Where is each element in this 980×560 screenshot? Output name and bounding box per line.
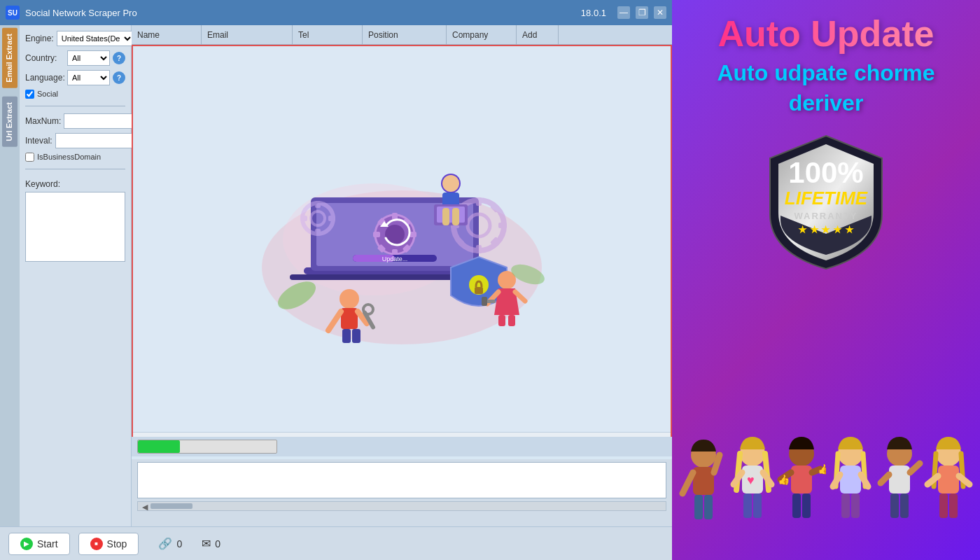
- isbusiness-checkbox[interactable]: [25, 153, 34, 162]
- promo-title-1: Auto Update: [718, 14, 934, 54]
- isbusiness-label: IsBusinessDomain: [37, 153, 101, 161]
- stop-button[interactable]: ■ Stop: [78, 533, 139, 555]
- person-5: [875, 427, 924, 560]
- engine-select[interactable]: United States(De: [57, 31, 134, 46]
- start-button[interactable]: ▶ Start: [8, 533, 70, 555]
- start-label: Start: [37, 538, 58, 550]
- email-counter: ✉ 0: [202, 537, 220, 550]
- svg-rect-34: [328, 216, 335, 221]
- svg-rect-49: [482, 297, 487, 306]
- link-count: 0: [176, 538, 182, 550]
- update-illustration: Update...: [133, 46, 671, 432]
- svg-point-54: [442, 175, 459, 192]
- update-illustration-svg: Update...: [234, 127, 570, 351]
- divider-2: [25, 169, 125, 169]
- svg-rect-93: [890, 493, 899, 518]
- app-body: Email Extract Url Extract Engine: United…: [0, 25, 672, 526]
- svg-rect-57: [437, 206, 465, 223]
- close-button[interactable]: ✕: [654, 6, 666, 19]
- shield-stars: ★ ★ ★ ★ ★: [763, 224, 889, 235]
- svg-text:👍: 👍: [778, 474, 790, 486]
- stop-icon: ■: [90, 538, 103, 550]
- svg-rect-33: [300, 216, 307, 221]
- results-table: [137, 462, 666, 498]
- svg-rect-88: [851, 493, 860, 518]
- svg-rect-82: [802, 493, 811, 518]
- person-3: 👍 👍: [777, 427, 826, 560]
- app-title: Social Network Scraper Pro: [25, 8, 581, 18]
- engine-label: Engine:: [25, 34, 54, 43]
- update-popup: Update...: [132, 45, 672, 456]
- promo-title-2: Auto udpate chorme: [717, 59, 934, 86]
- main-content: Name Email Tel Position Company Add: [132, 25, 672, 526]
- title-bar: SU Social Network Scraper Pro 18.0.1 — ❐…: [0, 0, 672, 25]
- svg-rect-73: [743, 493, 752, 518]
- social-checkbox[interactable]: [25, 90, 34, 99]
- isbusiness-row: IsBusinessDomain: [25, 153, 125, 162]
- svg-line-71: [734, 472, 742, 484]
- tab-email-extract[interactable]: Email Extract: [2, 28, 18, 88]
- table-header: Name Email Tel Position Company Add: [132, 25, 672, 45]
- language-help-button[interactable]: ?: [113, 71, 125, 84]
- keyword-label: Keyword:: [25, 179, 125, 189]
- svg-text:♥: ♥: [747, 473, 755, 487]
- tab-url-extract[interactable]: Url Extract: [2, 97, 18, 147]
- svg-rect-42: [342, 329, 351, 343]
- col-header-company: Company: [447, 25, 517, 44]
- svg-rect-59: [452, 208, 459, 225]
- link-counter: 🔗 0: [158, 537, 182, 550]
- col-header-position: Position: [363, 25, 447, 44]
- svg-rect-32: [315, 229, 321, 236]
- h-scrollbar[interactable]: ◀: [137, 501, 666, 511]
- restore-button[interactable]: ❐: [636, 6, 648, 19]
- language-select[interactable]: All: [67, 70, 110, 85]
- svg-text:Update...: Update...: [382, 255, 408, 262]
- progress-bar-outer: [137, 440, 277, 454]
- shield-lifetime: LIFETIME: [763, 188, 889, 209]
- social-checkbox-row: Social: [25, 90, 125, 99]
- svg-rect-10: [373, 232, 380, 237]
- person-2: ♥: [728, 427, 777, 560]
- col-header-email: Email: [202, 25, 293, 44]
- svg-rect-99: [939, 493, 948, 518]
- svg-line-92: [881, 475, 889, 483]
- svg-rect-67: [704, 495, 713, 519]
- svg-rect-22: [476, 245, 482, 253]
- svg-line-91: [910, 463, 920, 472]
- svg-rect-96: [938, 465, 959, 493]
- maxnum-label: MaxNum:: [25, 116, 61, 126]
- person-1: [679, 427, 728, 560]
- keyword-input[interactable]: [25, 192, 125, 262]
- svg-line-72: [763, 472, 771, 484]
- country-help-button[interactable]: ?: [113, 52, 125, 64]
- svg-line-64: [682, 472, 693, 493]
- svg-rect-84: [840, 465, 861, 493]
- svg-rect-66: [694, 495, 703, 519]
- social-label: Social: [37, 90, 58, 98]
- country-select[interactable]: All: [67, 50, 110, 66]
- interval-row: Inteval:: [25, 133, 125, 148]
- svg-text:👍: 👍: [818, 463, 826, 475]
- results-area-wrapper: ◀: [132, 459, 672, 526]
- svg-rect-52: [508, 315, 515, 326]
- side-tabs: Email Extract Url Extract: [0, 25, 20, 526]
- email-icon: ✉: [202, 537, 211, 550]
- minimize-button[interactable]: —: [617, 6, 630, 19]
- email-count: 0: [215, 538, 220, 550]
- promo-panel: Auto Update Auto udpate chorme deriver 1…: [672, 0, 980, 560]
- divider-1: [25, 106, 125, 106]
- window-controls: — ❐ ✕: [617, 6, 666, 19]
- progress-bar-inner: [138, 440, 180, 453]
- svg-point-36: [340, 289, 359, 309]
- svg-rect-74: [753, 493, 762, 518]
- col-header-tel: Tel: [293, 25, 363, 44]
- scrollbar-thumb: [150, 503, 192, 509]
- country-label: Country:: [25, 53, 64, 63]
- shield-text: 100% LIFETIME WARRANTY ★ ★ ★ ★ ★: [763, 158, 889, 235]
- left-panel: Engine: United States(De ? Country: All …: [20, 25, 132, 526]
- svg-rect-63: [693, 467, 714, 495]
- svg-rect-76: [791, 465, 812, 493]
- keyword-area: Keyword:: [25, 179, 125, 265]
- svg-rect-90: [889, 465, 910, 493]
- app-window: SU Social Network Scraper Pro 18.0.1 — ❐…: [0, 0, 672, 560]
